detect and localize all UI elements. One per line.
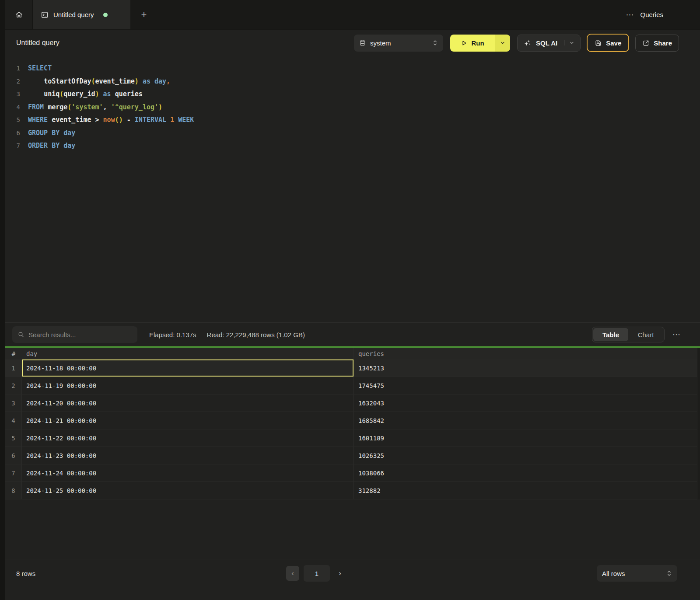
- line-number: 2: [5, 75, 20, 88]
- row-index-cell: 4: [5, 412, 22, 429]
- row-index-cell: 3: [5, 394, 22, 412]
- queries-panel-toggle[interactable]: Queries: [640, 11, 663, 18]
- indent-guide: [30, 77, 30, 101]
- code-text: uniq(query_id) as queries: [20, 88, 143, 101]
- day-cell[interactable]: 2024-11-19 00:00:00: [22, 377, 354, 394]
- database-selector[interactable]: system: [354, 35, 443, 52]
- panel-menu-icon[interactable]: ⋯: [626, 11, 634, 19]
- updown-chevron-icon: [432, 39, 438, 46]
- line-number: 7: [5, 140, 20, 153]
- current-page-button[interactable]: 1: [304, 565, 330, 582]
- next-page-button[interactable]: ›: [334, 565, 346, 582]
- view-tab-table[interactable]: Table: [593, 328, 628, 341]
- queries-cell[interactable]: 1038066: [354, 464, 700, 481]
- row-count: 8 rows: [16, 570, 35, 577]
- table-row[interactable]: 82024-11-25 00:00:00312882: [5, 482, 700, 499]
- table-scrollbar[interactable]: [697, 348, 700, 499]
- sql-ai-options-button[interactable]: [564, 40, 574, 45]
- code-text: FROM merge('system', '^query_log'): [20, 101, 162, 114]
- run-options-button[interactable]: [495, 35, 510, 52]
- search-icon: [18, 331, 24, 338]
- rows-per-page-selector[interactable]: All rows: [597, 565, 677, 582]
- run-button[interactable]: Run: [450, 35, 495, 52]
- column-header-day[interactable]: day: [22, 348, 354, 359]
- query-header: Untitled query system: [5, 30, 700, 56]
- column-header-index[interactable]: #: [5, 348, 22, 359]
- table-row[interactable]: 72024-11-24 00:00:001038066: [5, 464, 700, 482]
- row-index-cell: 6: [5, 447, 22, 464]
- row-index-cell: 5: [5, 429, 22, 447]
- code-text: GROUP BY day: [20, 127, 75, 140]
- row-index-cell: 2: [5, 377, 22, 394]
- code-line[interactable]: 4FROM merge('system', '^query_log'): [5, 101, 700, 114]
- sparkles-icon: [523, 39, 532, 47]
- day-cell[interactable]: 2024-11-24 00:00:00: [22, 464, 354, 481]
- day-cell[interactable]: 2024-11-20 00:00:00: [22, 394, 354, 412]
- row-index-cell: 7: [5, 464, 22, 481]
- tab-label: Untitled query: [53, 11, 94, 18]
- code-text: toStartOfDay(event_time) as day,: [20, 75, 170, 88]
- terminal-icon: [41, 11, 49, 19]
- code-line[interactable]: 5WHERE event_time > now() - INTERVAL 1 W…: [5, 114, 700, 127]
- tab-untitled-query[interactable]: Untitled query: [33, 0, 130, 29]
- database-selector-value: system: [370, 39, 428, 47]
- code-line[interactable]: 7ORDER BY day: [5, 140, 700, 153]
- save-button[interactable]: Save: [587, 34, 629, 52]
- run-label: Run: [471, 39, 484, 47]
- save-icon: [595, 39, 602, 47]
- table-row[interactable]: 22024-11-19 00:00:001745475: [5, 377, 700, 394]
- unsaved-changes-dot: [103, 13, 108, 17]
- search-results-input[interactable]: [28, 331, 132, 338]
- search-results-box[interactable]: [12, 326, 137, 343]
- day-cell[interactable]: 2024-11-25 00:00:00: [22, 482, 354, 499]
- line-number: 4: [5, 101, 20, 114]
- day-cell[interactable]: 2024-11-21 00:00:00: [22, 412, 354, 429]
- queries-cell[interactable]: 1345213: [354, 359, 700, 377]
- code-line[interactable]: 2 toStartOfDay(event_time) as day,: [5, 75, 700, 88]
- external-link-icon: [642, 39, 650, 47]
- line-number: 1: [5, 62, 20, 75]
- code-line[interactable]: 6GROUP BY day: [5, 127, 700, 140]
- row-index-cell: 8: [5, 482, 22, 499]
- share-button[interactable]: Share: [635, 35, 679, 52]
- sql-ai-label: SQL AI: [536, 39, 557, 47]
- home-button[interactable]: [5, 0, 33, 29]
- left-rail: [0, 0, 5, 600]
- queries-cell[interactable]: 1685842: [354, 412, 700, 429]
- code-line[interactable]: 1SELECT: [5, 62, 700, 75]
- home-icon: [15, 10, 23, 19]
- tab-bar: Untitled query + ⋯ Queries: [5, 0, 700, 30]
- queries-cell[interactable]: 1745475: [354, 377, 700, 394]
- queries-cell[interactable]: 1026325: [354, 447, 700, 464]
- queries-cell[interactable]: 1601189: [354, 429, 700, 447]
- day-cell[interactable]: 2024-11-23 00:00:00: [22, 447, 354, 464]
- table-row[interactable]: 42024-11-21 00:00:001685842: [5, 412, 700, 429]
- new-tab-button[interactable]: +: [130, 0, 158, 29]
- code-lines: 1SELECT2 toStartOfDay(event_time) as day…: [5, 62, 700, 153]
- view-tab-chart[interactable]: Chart: [628, 328, 663, 341]
- read-stat: Read: 22,229,488 rows (1.02 GB): [207, 331, 305, 338]
- code-line[interactable]: 3 uniq(query_id) as queries: [5, 88, 700, 101]
- database-icon: [359, 39, 366, 46]
- table-row[interactable]: 32024-11-20 00:00:001632043: [5, 394, 700, 412]
- share-label: Share: [654, 39, 672, 47]
- results-rows: 12024-11-18 00:00:00134521322024-11-19 0…: [5, 359, 700, 499]
- results-menu-icon[interactable]: ⋯: [672, 331, 681, 338]
- day-cell[interactable]: 2024-11-22 00:00:00: [22, 429, 354, 447]
- day-cell[interactable]: 2024-11-18 00:00:00: [22, 359, 354, 377]
- line-number: 3: [5, 88, 20, 101]
- column-header-queries[interactable]: queries: [354, 348, 700, 359]
- results-toolbar: Elapsed: 0.137s Read: 22,229,488 rows (1…: [5, 322, 700, 346]
- table-row[interactable]: 12024-11-18 00:00:001345213: [5, 359, 700, 377]
- sql-ai-button[interactable]: SQL AI: [517, 35, 581, 52]
- elapsed-stat: Elapsed: 0.137s: [149, 331, 196, 338]
- save-label: Save: [606, 39, 621, 47]
- table-row[interactable]: 52024-11-22 00:00:001601189: [5, 429, 700, 447]
- queries-cell[interactable]: 1632043: [354, 394, 700, 412]
- queries-cell[interactable]: 312882: [354, 482, 700, 499]
- previous-page-button[interactable]: ‹: [286, 566, 299, 581]
- view-toggle: Table Chart: [592, 327, 665, 342]
- table-row[interactable]: 62024-11-23 00:00:001026325: [5, 447, 700, 464]
- code-text: SELECT: [20, 62, 52, 75]
- sql-editor[interactable]: 1SELECT2 toStartOfDay(event_time) as day…: [5, 56, 700, 322]
